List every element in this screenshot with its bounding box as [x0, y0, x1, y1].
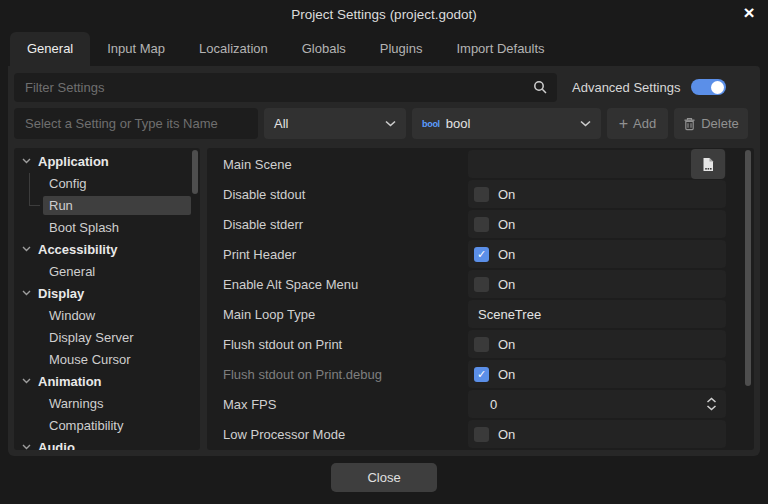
flush-stdout-on-print-checkbox[interactable] [474, 337, 489, 352]
main-scene-value-field[interactable] [468, 150, 726, 178]
setting-row-disable-stdout: Disable stdout On [207, 179, 754, 209]
setting-row-low-processor-mode: Low Processor Mode On [207, 419, 754, 449]
tab-import-defaults[interactable]: Import Defaults [439, 32, 561, 66]
setting-row-max-fps: Max FPS 0 [207, 389, 754, 419]
bool-type-icon: bool [422, 119, 440, 129]
tree-item-accessibility-general[interactable]: General [14, 260, 200, 282]
tree-item-display[interactable]: Display [14, 282, 200, 304]
filter-settings-input[interactable] [14, 73, 557, 102]
tree-item-config[interactable]: Config [14, 172, 200, 194]
settings-list: Main Scene [207, 148, 754, 450]
chevron-down-icon [22, 290, 31, 296]
max-fps-spinbox[interactable]: 0 [468, 390, 726, 418]
delete-button-label: Delete [701, 116, 739, 131]
setting-row-main-scene: Main Scene [207, 149, 754, 179]
advanced-settings-label: Advanced Settings [572, 80, 680, 95]
tree-item-mouse-cursor[interactable]: Mouse Cursor [14, 348, 200, 370]
tree-item-audio[interactable]: Audio [14, 436, 200, 450]
print-header-checkbox[interactable]: ✓ [474, 247, 489, 262]
filter-input-wrap [14, 73, 557, 102]
tree-item-run[interactable]: Run [14, 194, 200, 216]
chevron-down-icon [580, 120, 591, 127]
tree-item-boot-splash[interactable]: Boot Splash [14, 216, 200, 238]
setting-row-flush-stdout-on-print-debug: Flush stdout on Print.debug ✓ On [207, 359, 754, 389]
type-dropdown-value: bool [446, 116, 471, 131]
plus-icon: + [619, 117, 628, 131]
tree-item-compatibility[interactable]: Compatibility [14, 414, 200, 436]
tab-globals[interactable]: Globals [285, 32, 363, 66]
tab-input-map[interactable]: Input Map [90, 32, 182, 66]
title-bar: Project Settings (project.godot) × [0, 0, 768, 28]
tree-item-display-server[interactable]: Display Server [14, 326, 200, 348]
main-loop-type-field[interactable]: SceneTree [468, 300, 726, 328]
setting-row-print-header: Print Header ✓ On [207, 239, 754, 269]
settings-scrollbar[interactable] [745, 150, 751, 386]
tree-item-warnings[interactable]: Warnings [14, 392, 200, 414]
spinbox-updown-icon[interactable] [706, 397, 717, 411]
setting-name-input[interactable] [14, 108, 258, 139]
category-dropdown[interactable]: All [264, 108, 406, 139]
chevron-down-icon [385, 120, 396, 127]
close-button[interactable]: Close [331, 463, 437, 492]
project-settings-dialog: Project Settings (project.godot) × Gener… [0, 0, 768, 504]
search-icon [533, 80, 548, 95]
add-setting-toolbar: All bool bool + Add [14, 108, 754, 139]
category-dropdown-value: All [274, 116, 288, 131]
close-icon[interactable]: × [739, 2, 759, 24]
add-button[interactable]: + Add [607, 108, 668, 139]
disable-stdout-checkbox[interactable] [474, 187, 489, 202]
chevron-down-icon [22, 246, 31, 252]
chevron-down-icon [22, 444, 31, 450]
setting-row-flush-stdout-on-print: Flush stdout on Print On [207, 329, 754, 359]
filter-row: Advanced Settings [14, 72, 754, 102]
check-icon: ✓ [477, 247, 486, 262]
toggle-knob [711, 81, 724, 94]
tree-item-window[interactable]: Window [14, 304, 200, 326]
enable-alt-space-menu-checkbox[interactable] [474, 277, 489, 292]
general-tab-panel: Advanced Settings All bool bool [8, 66, 760, 456]
tab-bar: General Input Map Localization Globals P… [0, 28, 768, 66]
low-processor-mode-checkbox[interactable] [474, 427, 489, 442]
settings-split-view: Application Config Run Boot Splash Acces… [14, 148, 754, 450]
category-tree: Application Config Run Boot Splash Acces… [14, 148, 200, 450]
tree-item-animation[interactable]: Animation [14, 370, 200, 392]
advanced-settings-toggle[interactable] [691, 79, 726, 95]
trash-icon [683, 117, 696, 131]
pick-scene-file-button[interactable] [691, 149, 725, 179]
file-icon [701, 157, 715, 172]
tree-item-application[interactable]: Application [14, 150, 200, 172]
type-dropdown[interactable]: bool bool [412, 108, 601, 139]
setting-row-disable-stderr: Disable stderr On [207, 209, 754, 239]
tree-guide-line [29, 173, 30, 205]
tree-guide-line [29, 205, 40, 206]
delete-button[interactable]: Delete [674, 108, 748, 139]
tab-localization[interactable]: Localization [182, 32, 285, 66]
check-icon: ✓ [477, 367, 486, 382]
add-button-label: Add [633, 116, 656, 131]
chevron-down-icon [22, 158, 31, 164]
disable-stderr-checkbox[interactable] [474, 217, 489, 232]
tree-item-accessibility[interactable]: Accessibility [14, 238, 200, 260]
tab-plugins[interactable]: Plugins [363, 32, 440, 66]
setting-row-enable-alt-space-menu: Enable Alt Space Menu On [207, 269, 754, 299]
chevron-down-icon [22, 378, 31, 384]
flush-stdout-on-print-debug-checkbox[interactable]: ✓ [474, 367, 489, 382]
sidebar-scrollbar[interactable] [192, 150, 198, 194]
window-title: Project Settings (project.godot) [291, 7, 476, 22]
tab-general[interactable]: General [10, 32, 90, 66]
setting-row-main-loop-type: Main Loop Type SceneTree [207, 299, 754, 329]
